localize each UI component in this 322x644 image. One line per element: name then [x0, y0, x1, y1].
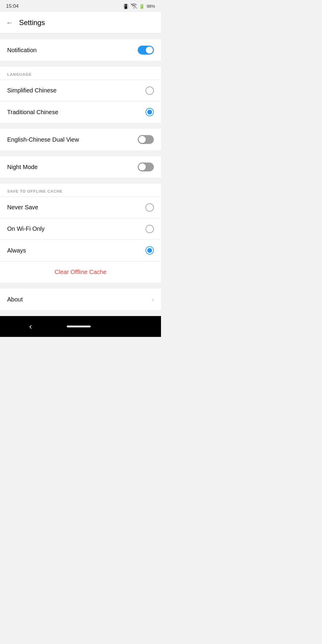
language-section: LANGUAGE Simplified Chinese Traditional …: [0, 67, 161, 123]
simplified-chinese-label: Simplified Chinese: [7, 87, 57, 94]
never-save-label: Never Save: [7, 204, 38, 211]
battery-text: 98%: [147, 4, 155, 9]
offline-cache-section: SAVE TO OFFLINE CACHE Never Save On Wi-F…: [0, 184, 161, 261]
offline-cache-header: SAVE TO OFFLINE CACHE: [0, 184, 161, 197]
dualview-row: English-Chinese Dual View: [0, 129, 161, 150]
traditional-chinese-radio[interactable]: [145, 108, 154, 116]
dualview-toggle-track[interactable]: [138, 135, 154, 144]
dualview-label: English-Chinese Dual View: [7, 136, 79, 143]
dualview-toggle[interactable]: [138, 135, 154, 144]
notification-row: Notification: [0, 39, 161, 61]
never-save-row[interactable]: Never Save: [0, 197, 161, 218]
section-gap-cache: [0, 178, 161, 184]
nightmode-section: Night Mode: [0, 156, 161, 178]
simplified-chinese-row[interactable]: Simplified Chinese: [0, 80, 161, 101]
nav-back-button[interactable]: ‹: [29, 322, 32, 331]
section-gap-nightmode: [0, 150, 161, 156]
header: ← Settings: [0, 12, 161, 33]
section-gap-bottom: [0, 310, 161, 316]
traditional-chinese-label: Traditional Chinese: [7, 109, 58, 116]
notification-label: Notification: [7, 47, 37, 54]
section-gap-dualview: [0, 123, 161, 129]
traditional-chinese-radio-inner: [147, 110, 152, 114]
clear-cache-row[interactable]: Clear Offline Cache: [0, 261, 161, 283]
status-bar: 15:04 📳 🔋 98%: [0, 0, 161, 12]
section-gap-about: [0, 283, 161, 289]
clear-cache-button[interactable]: Clear Offline Cache: [55, 269, 106, 275]
nav-home-pill[interactable]: [67, 326, 91, 327]
traditional-chinese-row[interactable]: Traditional Chinese: [0, 101, 161, 123]
bottom-nav-bar: ‹: [0, 316, 161, 337]
section-gap-language: [0, 61, 161, 67]
status-icons: 📳 🔋 98%: [123, 3, 155, 10]
always-label: Always: [7, 247, 26, 254]
section-gap-top: [0, 33, 161, 39]
notification-toggle-track[interactable]: [138, 46, 154, 55]
notification-toggle[interactable]: [138, 46, 154, 55]
nightmode-toggle[interactable]: [138, 162, 154, 171]
language-header-text: LANGUAGE: [7, 72, 32, 77]
nightmode-toggle-thumb: [139, 163, 146, 171]
status-time: 15:04: [6, 3, 19, 9]
nightmode-toggle-track[interactable]: [138, 162, 154, 171]
always-row[interactable]: Always: [0, 240, 161, 261]
nightmode-label: Night Mode: [7, 164, 38, 171]
dualview-toggle-thumb: [139, 136, 146, 143]
always-radio-inner: [147, 248, 152, 253]
never-save-radio[interactable]: [145, 203, 154, 212]
offline-cache-header-text: SAVE TO OFFLINE CACHE: [7, 189, 63, 193]
wifi-only-radio[interactable]: [145, 225, 154, 233]
wifi-only-label: On Wi-Fi Only: [7, 225, 45, 232]
page-title: Settings: [19, 18, 45, 27]
about-label: About: [7, 296, 23, 303]
notification-toggle-thumb: [146, 47, 153, 54]
vibrate-icon: 📳: [123, 4, 129, 9]
wifi-only-row[interactable]: On Wi-Fi Only: [0, 218, 161, 240]
language-section-header: LANGUAGE: [0, 67, 161, 80]
always-radio[interactable]: [145, 246, 154, 255]
nightmode-row: Night Mode: [0, 156, 161, 178]
battery-icon: 🔋: [139, 4, 145, 9]
wifi-icon: [131, 3, 137, 10]
simplified-chinese-radio[interactable]: [145, 86, 154, 95]
about-chevron-icon: ›: [152, 296, 154, 303]
back-button[interactable]: ←: [6, 19, 13, 26]
dualview-section: English-Chinese Dual View: [0, 129, 161, 150]
about-row[interactable]: About ›: [0, 289, 161, 310]
notification-section: Notification: [0, 39, 161, 61]
